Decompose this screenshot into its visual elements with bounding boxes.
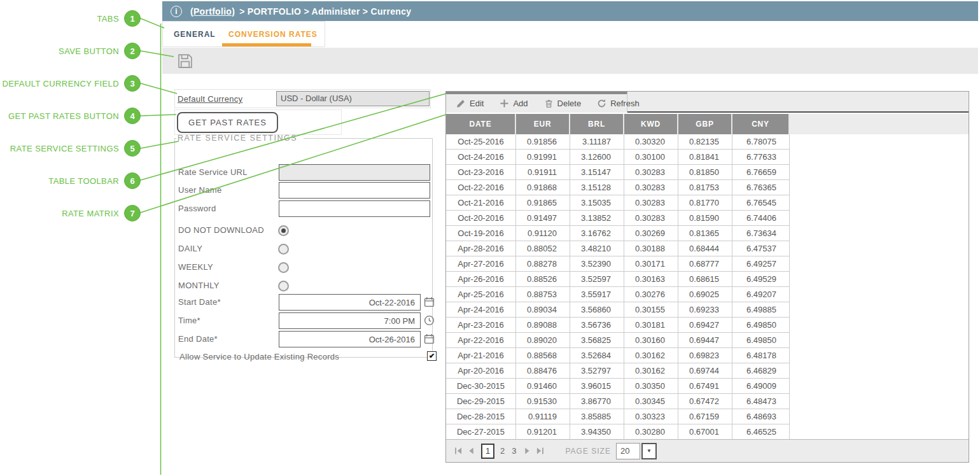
annotation-label: DEFAULT CURRENCY FIELD (2, 79, 119, 88)
previous-page-icon[interactable] (467, 447, 475, 455)
table-row[interactable]: Apr-22-20160.890203.568250.301600.694476… (446, 333, 969, 348)
page-number[interactable]: 3 (512, 446, 516, 456)
end-date-input[interactable] (279, 331, 421, 347)
rate-service-url-input[interactable] (279, 164, 430, 181)
column-header-kwd[interactable]: KWD (624, 114, 678, 134)
plus-icon (500, 99, 509, 108)
password-input[interactable] (279, 200, 430, 217)
radio-weekly[interactable] (278, 262, 289, 273)
clock-icon[interactable] (424, 315, 435, 328)
table-row[interactable]: Apr-25-20160.887533.559170.302760.690256… (446, 287, 969, 302)
table-row[interactable]: Apr-26-20160.885263.525970.301630.686156… (446, 272, 969, 287)
currency-admin-page: TABS 1 SAVE BUTTON 2 DEFAULT CURRENCY FI… (0, 0, 980, 476)
rate-cell: 3.15035 (570, 195, 624, 211)
table-row[interactable]: Apr-27-20160.882783.523900.301710.687776… (446, 256, 969, 272)
pencil-icon (456, 99, 466, 108)
first-page-icon[interactable] (454, 447, 463, 455)
radio-label-daily: DAILY (178, 241, 202, 257)
column-header-eur[interactable]: EUR (516, 114, 570, 134)
column-header-brl[interactable]: BRL (570, 114, 624, 134)
user-name-label: User Name (178, 182, 221, 199)
add-button[interactable]: Add (500, 99, 528, 108)
rate-cell: 0.91497 (516, 211, 570, 226)
radio-label-do-not-download: DO NOT DOWNLOAD (178, 222, 264, 239)
rate-cell: 0.30181 (624, 318, 678, 333)
annotation-default-currency: DEFAULT CURRENCY FIELD 3 (0, 74, 141, 92)
rate-cell: 6.76365 (732, 180, 790, 195)
rate-cell: 0.67491 (678, 379, 732, 394)
tab-general[interactable]: GENERAL (174, 30, 216, 39)
rate-cell: 0.30162 (624, 363, 678, 379)
delete-button[interactable]: Delete (544, 99, 582, 108)
page-number-current[interactable]: 1 (481, 444, 494, 459)
rate-cell: 0.89020 (516, 333, 570, 348)
edit-button[interactable]: Edit (456, 99, 484, 108)
page-number[interactable]: 2 (500, 446, 505, 456)
info-icon[interactable]: i (171, 6, 182, 17)
rate-cell: 0.68444 (678, 241, 732, 256)
annotation-number-badge: 6 (124, 172, 141, 189)
next-page-icon[interactable] (523, 447, 531, 455)
rate-cell: 3.12600 (570, 150, 624, 165)
radio-monthly[interactable] (278, 281, 289, 291)
user-name-input[interactable] (279, 182, 430, 199)
table-row[interactable]: Apr-21-20160.885683.526840.301620.698236… (446, 348, 969, 363)
column-header-cny[interactable]: CNY (732, 114, 790, 134)
default-currency-row: Default Currency USD - Dollar (USA) (174, 89, 431, 108)
rate-cell: 0.30345 (624, 394, 678, 409)
tab-conversion-rates[interactable]: CONVERSION RATES (228, 30, 318, 39)
rate-cell: 0.69025 (678, 287, 732, 302)
rate-cell: 0.91119 (516, 409, 570, 424)
table-row[interactable]: Apr-23-20160.890883.567360.301810.694276… (446, 318, 969, 333)
last-page-icon[interactable] (536, 447, 544, 455)
calendar-icon[interactable] (424, 333, 435, 347)
table-row[interactable]: Oct-22-20160.918683.151280.302830.817536… (446, 180, 969, 195)
page-size-select[interactable]: 20 ▼ (616, 443, 657, 459)
table-row[interactable]: Dec-29-20150.915303.867700.303450.674726… (446, 394, 969, 409)
table-row[interactable]: Dec-30-20150.914603.960150.303500.674916… (446, 379, 969, 394)
page-size-value[interactable]: 20 (616, 443, 640, 459)
date-cell: Oct-22-2016 (446, 180, 516, 195)
table-row[interactable]: Apr-24-20160.890343.568600.301550.692336… (446, 302, 969, 318)
default-currency-field[interactable]: USD - Dollar (USA) (276, 91, 430, 106)
start-date-input[interactable] (279, 294, 421, 311)
rate-cell: 0.82135 (678, 134, 732, 150)
breadcrumb-portfolio-link[interactable]: (Portfolio) (190, 6, 235, 17)
chevron-down-icon[interactable]: ▼ (641, 443, 657, 459)
table-row[interactable]: Oct-20-20160.914973.138520.302830.815906… (446, 211, 969, 226)
date-cell: Apr-20-2016 (446, 363, 516, 379)
allow-update-checkbox[interactable]: ✔ (427, 351, 437, 361)
refresh-button[interactable]: Refresh (597, 99, 640, 108)
table-row[interactable]: Apr-20-20160.884763.527970.301620.697446… (446, 363, 969, 379)
radio-daily[interactable] (278, 244, 289, 255)
date-cell: Oct-19-2016 (446, 226, 516, 241)
save-toolbar (162, 48, 978, 74)
active-tab-underline (222, 43, 311, 46)
table-row[interactable]: Oct-21-20160.918653.150350.302830.817706… (446, 195, 969, 211)
annotation-number-badge: 7 (124, 205, 141, 221)
calendar-icon[interactable] (424, 297, 435, 310)
save-button[interactable] (177, 53, 193, 69)
table-row[interactable]: Oct-24-20160.919913.126000.301000.818416… (446, 150, 969, 165)
rate-service-settings-legend: RATE SERVICE SETTINGS (176, 134, 304, 143)
column-header-date[interactable]: DATE (446, 114, 516, 134)
table-row[interactable]: Oct-25-20160.918563.111870.303200.821356… (446, 134, 969, 150)
table-row[interactable]: Apr-28-20160.880523.482100.301880.684446… (446, 241, 969, 256)
table-row[interactable]: Oct-23-20160.919113.151470.302830.818506… (446, 165, 969, 180)
time-input[interactable] (279, 312, 421, 329)
annotation-label: RATE SERVICE SETTINGS (10, 144, 119, 153)
table-row[interactable]: Dec-27-20150.912013.943500.302800.670016… (446, 424, 969, 440)
default-currency-label[interactable]: Default Currency (178, 94, 242, 104)
rate-cell: 6.49009 (732, 379, 790, 394)
rate-cell: 0.81753 (678, 180, 732, 195)
column-header-gbp[interactable]: GBP (678, 114, 732, 134)
table-row[interactable]: Oct-19-20160.911203.167620.302690.813656… (446, 226, 969, 241)
rate-cell: 0.91460 (516, 379, 570, 394)
get-past-rates-button[interactable]: GET PAST RATES (177, 112, 278, 133)
rate-cell: 0.30283 (624, 195, 678, 211)
rate-cell: 0.81850 (678, 165, 732, 180)
table-row[interactable]: Dec-28-20150.911193.858850.303230.671596… (446, 409, 969, 424)
rate-cell: 0.91856 (516, 134, 570, 150)
annotation-number-badge: 1 (124, 10, 141, 27)
radio-do-not-download[interactable] (278, 225, 289, 236)
